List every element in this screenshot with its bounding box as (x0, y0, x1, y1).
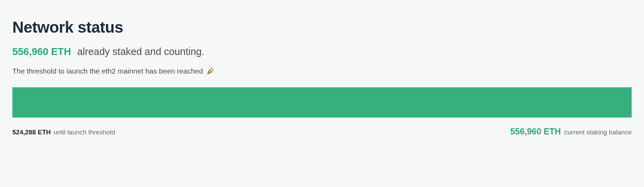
progress-legend: 524,288 ETH until launch threshold 556,9… (12, 126, 632, 136)
balance-label: current staking balance (564, 129, 632, 136)
svg-point-0 (211, 68, 212, 69)
page-title: Network status (12, 18, 632, 36)
staked-suffix-text: already staked and counting. (77, 46, 204, 57)
party-popper-icon (207, 67, 214, 76)
staked-summary-line: 556,960 ETH already staked and counting. (12, 46, 632, 57)
svg-point-1 (212, 69, 213, 70)
threshold-label: until launch threshold (54, 129, 115, 136)
legend-balance: 556,960 ETH current staking balance (510, 126, 632, 136)
staking-progress-fill (12, 87, 632, 118)
legend-threshold: 524,288 ETH until launch threshold (12, 129, 115, 136)
threshold-message-text: The threshold to launch the eth2 mainnet… (12, 67, 203, 75)
staking-progress-bar (12, 87, 632, 118)
staked-amount: 556,960 ETH (12, 46, 71, 57)
threshold-amount: 524,288 ETH (12, 129, 51, 136)
network-status-panel: Network status 556,960 ETH already stake… (0, 0, 644, 149)
balance-amount: 556,960 ETH (510, 126, 561, 136)
threshold-reached-message: The threshold to launch the eth2 mainnet… (12, 67, 632, 76)
